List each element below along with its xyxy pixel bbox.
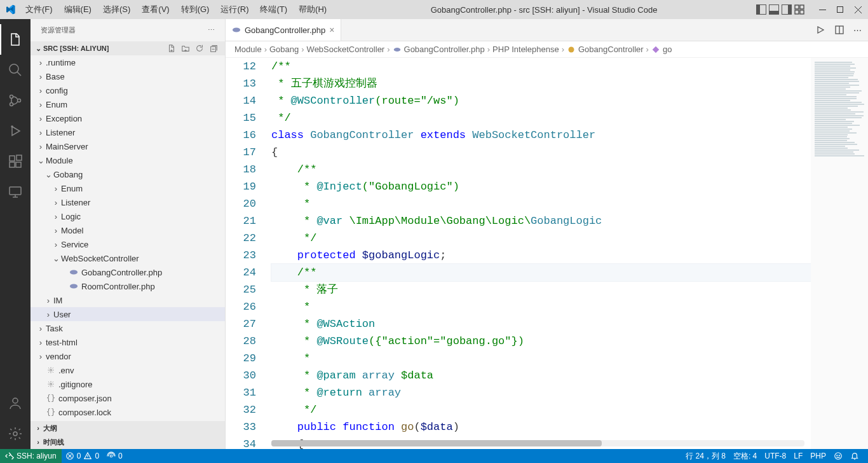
- file-item[interactable]: GobangController.php: [31, 265, 225, 279]
- menu-goto[interactable]: 转到(G): [176, 1, 215, 18]
- folder-item[interactable]: ⌄Gobang: [31, 167, 225, 181]
- editor-more-icon[interactable]: ⋯: [853, 25, 862, 35]
- status-bell-icon[interactable]: [846, 449, 863, 463]
- chevron-icon: ›: [36, 114, 46, 123]
- menu-file[interactable]: 文件(F): [20, 1, 58, 18]
- tab-close-icon[interactable]: ×: [329, 25, 334, 35]
- minimap[interactable]: [811, 58, 868, 449]
- breadcrumb-item[interactable]: Gobang: [269, 45, 299, 54]
- run-icon[interactable]: [815, 25, 825, 35]
- folder-item[interactable]: ›config: [31, 83, 225, 97]
- new-folder-icon[interactable]: [180, 43, 191, 53]
- new-file-icon[interactable]: [166, 43, 177, 53]
- status-eol[interactable]: LF: [790, 449, 806, 463]
- collapse-all-icon[interactable]: [208, 43, 219, 53]
- folder-item[interactable]: ›Service: [31, 237, 225, 251]
- breadcrumb-item[interactable]: Module: [234, 45, 262, 54]
- breadcrumb-item[interactable]: GobangController.php: [404, 45, 485, 54]
- activity-search-icon[interactable]: [0, 55, 31, 85]
- sidebar-more-icon[interactable]: ⋯: [208, 26, 215, 34]
- folder-item[interactable]: ›Enum: [31, 97, 225, 111]
- activity-settings-icon[interactable]: [0, 418, 31, 449]
- tree-item-label: .gitignore: [58, 380, 92, 389]
- outline-section-header[interactable]: › 大纲: [31, 421, 225, 435]
- folder-item[interactable]: ›Base: [31, 69, 225, 83]
- folder-item[interactable]: ›Listener: [31, 125, 225, 139]
- status-problems[interactable]: 0 0: [62, 449, 103, 463]
- status-encoding[interactable]: UTF-8: [761, 449, 790, 463]
- chevron-icon: ›: [43, 310, 53, 319]
- breadcrumb[interactable]: Module›Gobang›WebSocketController›Gobang…: [226, 41, 868, 58]
- php-file-icon: [232, 25, 241, 34]
- refresh-icon[interactable]: [194, 43, 205, 53]
- folder-item[interactable]: ⌄WebSocketController: [31, 251, 225, 265]
- tree-item-label: Gobang: [53, 170, 83, 179]
- chevron-icon: ›: [51, 226, 61, 235]
- status-remote[interactable]: SSH: aliyun: [0, 449, 62, 463]
- activity-extensions-icon[interactable]: [0, 146, 31, 177]
- file-item[interactable]: {}composer.lock: [31, 405, 225, 419]
- status-bar: SSH: aliyun 0 0 0 行 24，列 8 空格: 4 UTF-8 L…: [0, 449, 868, 463]
- scrollbar-thumb[interactable]: [271, 440, 602, 446]
- horizontal-scrollbar[interactable]: [271, 440, 804, 446]
- file-item[interactable]: .gitignore: [31, 377, 225, 391]
- split-editor-icon[interactable]: [834, 25, 844, 35]
- menu-edit[interactable]: 编辑(E): [59, 1, 97, 18]
- folder-item[interactable]: ›User: [31, 307, 225, 321]
- folder-item[interactable]: ›IM: [31, 293, 225, 307]
- activity-remote-icon[interactable]: [0, 177, 31, 207]
- activity-scm-icon[interactable]: [0, 85, 31, 116]
- activity-explorer-icon[interactable]: [0, 24, 31, 55]
- file-item[interactable]: {}composer.json: [31, 391, 225, 405]
- chevron-icon: ›: [36, 86, 46, 95]
- window-minimize-icon[interactable]: [817, 4, 827, 15]
- customize-layout-icon[interactable]: [794, 4, 804, 15]
- toggle-secondary-sidebar-icon[interactable]: [782, 4, 792, 15]
- folder-item[interactable]: ›Enum: [31, 181, 225, 195]
- folder-item[interactable]: ›Exception: [31, 111, 225, 125]
- code-content[interactable]: /** * 五子棋游戏控制器 * @WSController(route="/w…: [271, 58, 868, 449]
- activity-debug-icon[interactable]: [0, 116, 31, 146]
- toggle-panel-icon[interactable]: [769, 4, 779, 15]
- breadcrumb-item[interactable]: go: [663, 45, 672, 54]
- folder-item[interactable]: ›Model: [31, 223, 225, 237]
- status-cursor[interactable]: 行 24，列 8: [682, 449, 729, 463]
- code-area[interactable]: 1213141516171819202122232425262728293031…: [226, 58, 868, 449]
- toggle-sidebar-icon[interactable]: [756, 4, 766, 15]
- file-item[interactable]: RoomController.php: [31, 279, 225, 293]
- menu-run[interactable]: 运行(R): [215, 1, 254, 18]
- breadcrumb-item[interactable]: GobangController: [578, 45, 644, 54]
- breadcrumb-item[interactable]: WebSocketController: [307, 45, 385, 54]
- chevron-icon: ›: [51, 198, 61, 207]
- status-indent[interactable]: 空格: 4: [729, 449, 761, 463]
- status-language[interactable]: PHP: [806, 449, 830, 463]
- svg-point-8: [10, 64, 18, 73]
- explorer-section-header[interactable]: ⌄ SRC [SSH: ALIYUN]: [31, 41, 225, 55]
- menu-terminal[interactable]: 终端(T): [255, 1, 292, 18]
- window-close-icon[interactable]: [853, 4, 863, 15]
- breadcrumb-item[interactable]: PHP Intelephense: [492, 45, 559, 54]
- activity-account-icon[interactable]: [0, 388, 31, 418]
- folder-item[interactable]: ›Listener: [31, 195, 225, 209]
- file-tree[interactable]: ›.runtime›Base›config›Enum›Exception›Lis…: [31, 55, 225, 421]
- tab-gobangcontroller[interactable]: GobangController.php ×: [226, 19, 341, 41]
- file-item[interactable]: .env: [31, 363, 225, 377]
- svg-point-14: [11, 126, 13, 127]
- folder-item[interactable]: ›MainServer: [31, 139, 225, 153]
- folder-item[interactable]: ›vendor: [31, 349, 225, 363]
- folder-item[interactable]: ›Task: [31, 321, 225, 335]
- folder-item[interactable]: ›test-html: [31, 335, 225, 349]
- status-ports[interactable]: 0: [103, 449, 126, 463]
- tree-item-label: Enum: [46, 100, 67, 109]
- menu-view[interactable]: 查看(V): [137, 1, 174, 18]
- window-maximize-icon[interactable]: [835, 4, 845, 15]
- folder-item[interactable]: ›Logic: [31, 209, 225, 223]
- status-feedback-icon[interactable]: [830, 449, 846, 463]
- tree-item-label: Model: [61, 226, 83, 235]
- tree-item-label: config: [46, 86, 68, 95]
- folder-item[interactable]: ›.runtime: [31, 55, 225, 69]
- timeline-section-header[interactable]: › 时间线: [31, 435, 225, 449]
- menu-help[interactable]: 帮助(H): [294, 1, 332, 18]
- folder-item[interactable]: ⌄Module: [31, 153, 225, 167]
- menu-select[interactable]: 选择(S): [98, 1, 135, 18]
